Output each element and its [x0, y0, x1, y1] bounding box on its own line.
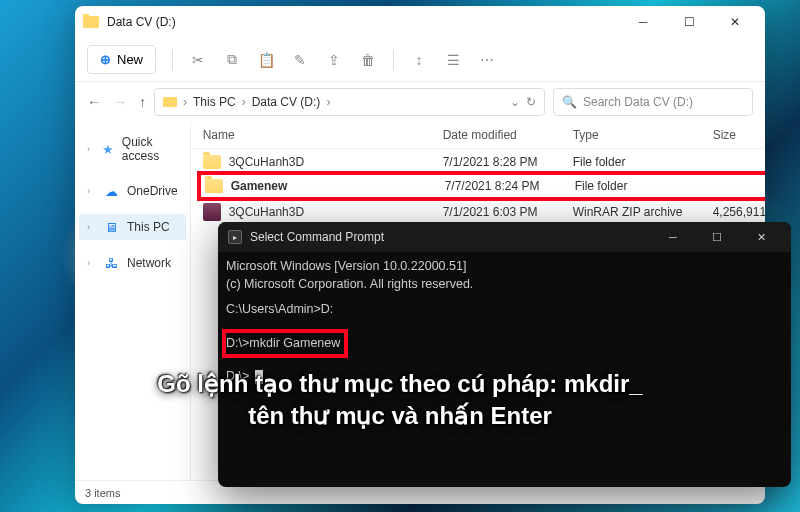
chevron-right-icon: ›: [183, 95, 187, 109]
chevron-right-icon: ›: [87, 144, 93, 154]
file-type: WinRAR ZIP archive: [573, 205, 713, 219]
close-button[interactable]: ✕: [741, 223, 781, 251]
separator: [172, 50, 173, 70]
toolbar: ⊕ New ✂ ⧉ 📋 ✎ ⇪ 🗑 ↕ ☰ ⋯: [75, 38, 765, 82]
minimize-button[interactable]: ─: [653, 223, 693, 251]
chevron-right-icon: ›: [326, 95, 330, 109]
cloud-icon: ☁: [103, 183, 119, 199]
file-type: File folder: [573, 155, 713, 169]
chevron-right-icon: ›: [87, 258, 95, 268]
search-placeholder: Search Data CV (D:): [583, 95, 693, 109]
file-size: 4,256,911 KB: [713, 205, 765, 219]
refresh-icon[interactable]: ↻: [526, 95, 536, 109]
command-prompt-window: ▸ Select Command Prompt ─ ☐ ✕ Microsoft …: [218, 222, 791, 487]
chevron-right-icon: ›: [87, 186, 95, 196]
delete-icon[interactable]: 🗑: [359, 51, 377, 69]
monitor-icon: 🖥: [103, 219, 119, 235]
sidebar-item-label: Quick access: [122, 135, 178, 163]
sidebar-item-network[interactable]: › 🖧 Network: [79, 250, 186, 276]
forward-button[interactable]: →: [113, 94, 127, 110]
address-bar[interactable]: › This PC › Data CV (D:) › ⌄ ↻: [154, 88, 545, 116]
up-button[interactable]: ↑: [139, 94, 146, 110]
view-icon[interactable]: ☰: [444, 51, 462, 69]
col-type[interactable]: Type: [573, 128, 713, 142]
file-name: 3QCuHanh3D: [229, 155, 304, 169]
col-date[interactable]: Date modified: [443, 128, 573, 142]
address-bar-row: ← → ↑ › This PC › Data CV (D:) › ⌄ ↻ 🔍 S…: [75, 82, 765, 122]
back-button[interactable]: ←: [87, 94, 101, 110]
cmd-titlebar[interactable]: ▸ Select Command Prompt ─ ☐ ✕: [218, 222, 791, 252]
chevron-right-icon: ›: [87, 222, 95, 232]
sidebar-item-label: Network: [127, 256, 171, 270]
column-headers[interactable]: Name Date modified Type Size: [191, 122, 765, 149]
dropdown-icon[interactable]: ⌄: [510, 95, 520, 109]
sidebar-item-quick-access[interactable]: › ★ Quick access: [79, 130, 186, 168]
minimize-button[interactable]: ─: [621, 7, 665, 37]
terminal-icon: ▸: [228, 230, 242, 244]
copy-icon[interactable]: ⧉: [223, 51, 241, 69]
star-icon: ★: [101, 141, 114, 157]
output-line: C:\Users\Admin>D:: [226, 301, 783, 319]
sidebar-item-this-pc[interactable]: › 🖥 This PC: [79, 214, 186, 240]
separator: [393, 50, 394, 70]
titlebar[interactable]: Data CV (D:) ─ ☐ ✕: [75, 6, 765, 38]
chevron-right-icon: ›: [242, 95, 246, 109]
item-count: 3 items: [85, 487, 120, 499]
folder-icon: [205, 179, 223, 193]
new-button[interactable]: ⊕ New: [87, 45, 156, 74]
search-input[interactable]: 🔍 Search Data CV (D:): [553, 88, 753, 116]
maximize-button[interactable]: ☐: [697, 223, 737, 251]
new-label: New: [117, 52, 143, 67]
file-date: 7/1/2021 8:28 PM: [443, 155, 573, 169]
file-date: 7/7/2021 8:24 PM: [445, 179, 575, 193]
output-line: Microsoft Windows [Version 10.0.22000.51…: [226, 258, 783, 276]
search-icon: 🔍: [562, 95, 577, 109]
file-name: 3QCuHanh3D: [229, 205, 304, 219]
close-button[interactable]: ✕: [713, 7, 757, 37]
paste-icon[interactable]: 📋: [257, 51, 275, 69]
folder-icon: [83, 16, 99, 28]
output-line: (c) Microsoft Corporation. All rights re…: [226, 276, 783, 294]
sort-icon[interactable]: ↕: [410, 51, 428, 69]
folder-icon: [163, 97, 177, 107]
highlighted-command: D:\>mkdir Gamenew: [222, 329, 348, 359]
maximize-button[interactable]: ☐: [667, 7, 711, 37]
file-name: Gamenew: [231, 179, 288, 193]
rename-icon[interactable]: ✎: [291, 51, 309, 69]
archive-icon: [203, 203, 221, 221]
breadcrumb[interactable]: This PC: [193, 95, 236, 109]
sidebar-item-label: OneDrive: [127, 184, 178, 198]
file-type: File folder: [575, 179, 715, 193]
window-title: Data CV (D:): [107, 15, 176, 29]
col-size[interactable]: Size: [713, 128, 765, 142]
file-date: 7/1/2021 6:03 PM: [443, 205, 573, 219]
table-row-highlighted[interactable]: Gamenew 7/7/2021 8:24 PM File folder: [197, 171, 765, 201]
cmd-window-title: Select Command Prompt: [250, 230, 384, 244]
table-row[interactable]: 3QCuHanh3D 7/1/2021 8:28 PM File folder: [199, 151, 765, 173]
network-icon: 🖧: [103, 255, 119, 271]
col-name[interactable]: Name: [203, 128, 443, 142]
plus-icon: ⊕: [100, 52, 111, 67]
cut-icon[interactable]: ✂: [189, 51, 207, 69]
more-icon[interactable]: ⋯: [478, 51, 496, 69]
sidebar-item-label: This PC: [127, 220, 170, 234]
sidebar-item-onedrive[interactable]: › ☁ OneDrive: [79, 178, 186, 204]
breadcrumb[interactable]: Data CV (D:): [252, 95, 321, 109]
share-icon[interactable]: ⇪: [325, 51, 343, 69]
instruction-caption: Gõ lệnh tạo thư mục theo cú pháp: mkdir_…: [80, 368, 720, 433]
folder-icon: [203, 155, 221, 169]
